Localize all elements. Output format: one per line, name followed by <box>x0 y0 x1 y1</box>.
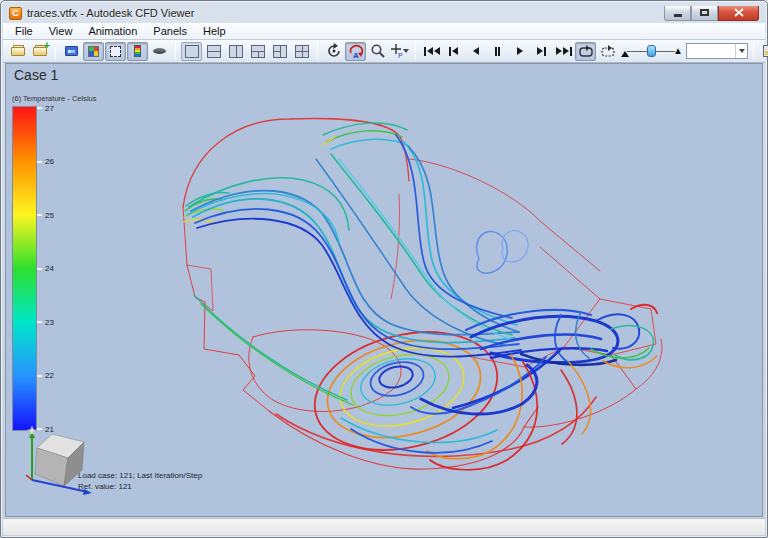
legend-tick: 25 <box>37 211 54 219</box>
slider-min-icon <box>621 47 629 57</box>
menu-item-help[interactable]: Help <box>195 24 234 38</box>
toolbar: + A P <box>3 40 765 63</box>
model-color-icon <box>88 46 99 57</box>
loop-icon <box>578 45 594 58</box>
streamline-path <box>341 418 497 443</box>
magnifier-icon <box>370 43 386 59</box>
streamline-path <box>555 315 569 363</box>
layout-1t2b-icon <box>251 45 265 58</box>
legend: (6) Temperature - Celsius 27262524232221 <box>12 94 82 433</box>
minimize-button[interactable] <box>664 6 691 21</box>
layout-two-left-one-right-button[interactable] <box>269 42 290 61</box>
toolbar-separator <box>317 43 318 60</box>
open-file-icon <box>11 47 25 56</box>
show-panel-icon <box>763 45 768 57</box>
first-frame-button[interactable] <box>421 42 442 61</box>
next-frame-icon <box>537 47 546 56</box>
open-file-button[interactable] <box>7 42 28 61</box>
legend-tick: 24 <box>37 265 54 273</box>
layout-one-top-two-bottom-button[interactable] <box>247 42 268 61</box>
legend-tick: 27 <box>37 104 54 112</box>
animation-speed-slider[interactable]: ▲ <box>619 43 685 59</box>
shade-toggle[interactable] <box>149 42 170 61</box>
orbit-icon <box>326 43 342 59</box>
loop-button[interactable] <box>575 42 596 61</box>
wireframe-path <box>183 207 269 411</box>
status-bar <box>3 518 765 535</box>
menu-item-panels[interactable]: Panels <box>145 24 195 38</box>
import-file-icon: + <box>33 47 47 56</box>
model-color-toggle[interactable] <box>83 42 104 61</box>
last-frame-button[interactable] <box>553 42 574 61</box>
menu-item-animation[interactable]: Animation <box>80 24 145 38</box>
slider-thumb[interactable] <box>647 45 656 57</box>
close-button[interactable] <box>718 6 759 21</box>
streamline-path <box>322 137 335 145</box>
zoom-button[interactable] <box>367 42 388 61</box>
layout-split-vertical-button[interactable] <box>225 42 246 61</box>
minimize-icon <box>674 14 682 17</box>
play-icon <box>517 47 523 55</box>
wireframe-path <box>269 407 538 469</box>
close-icon <box>734 8 744 17</box>
pause-button[interactable] <box>487 42 508 61</box>
rotate-model-button[interactable]: A <box>345 42 366 61</box>
legend-tick: 22 <box>37 372 54 380</box>
next-frame-button[interactable] <box>531 42 552 61</box>
slider-max-icon: ▲ <box>673 44 683 58</box>
probe-icon: P <box>390 43 403 59</box>
wireframe-path <box>187 265 213 311</box>
viewport-properties-button[interactable] <box>61 42 82 61</box>
layout-2l1r-icon <box>273 45 287 58</box>
layout-single-button[interactable] <box>181 42 202 61</box>
layout-quad-button[interactable] <box>291 42 312 61</box>
import-file-button[interactable]: + <box>29 42 50 61</box>
toolbar-separator <box>415 43 416 60</box>
toolbar-separator <box>753 43 754 60</box>
result-combo[interactable] <box>686 43 748 59</box>
toolbar-separator <box>175 43 176 60</box>
load-case-line2: Ref. value: 121 <box>78 481 202 492</box>
probe-dropdown-icon[interactable] <box>403 49 409 56</box>
maximize-button[interactable] <box>691 6 718 21</box>
pause-icon <box>495 47 500 56</box>
viewport[interactable]: Case 1 (6) Temperature - Celsius 2726252… <box>5 63 763 517</box>
toolbar-separator <box>55 43 56 60</box>
show-panel-button[interactable] <box>759 42 768 61</box>
rotate-model-icon: A <box>348 43 364 59</box>
legend-colorbar <box>12 106 37 431</box>
legend-ticks: 27262524232221 <box>37 104 54 433</box>
legend-tick: 26 <box>37 158 54 166</box>
title-bar[interactable]: C traces.vtfx - Autodesk CFD Viewer <box>3 3 765 23</box>
orbit-button[interactable] <box>323 42 344 61</box>
menu-item-file[interactable]: File <box>7 24 41 38</box>
layout-split-horizontal-button[interactable] <box>203 42 224 61</box>
play-backward-button[interactable] <box>465 42 486 61</box>
first-frame-icon <box>424 47 440 56</box>
outline-toggle[interactable] <box>105 42 126 61</box>
wireframe-path <box>409 159 600 271</box>
streamline-path <box>631 305 657 313</box>
streamline-path <box>561 370 577 444</box>
window-title: traces.vtfx - Autodesk CFD Viewer <box>27 7 194 19</box>
legend-title: (6) Temperature - Celsius <box>12 94 82 103</box>
streamline-path <box>331 139 409 149</box>
case-label: Case 1 <box>14 67 58 83</box>
menu-bar: FileViewAnimationPanelsHelp <box>3 23 765 40</box>
legend-toggle[interactable] <box>127 42 148 61</box>
flow-svg[interactable] <box>91 99 716 499</box>
menu-item-view[interactable]: View <box>41 24 81 38</box>
combo-dropdown-icon[interactable] <box>735 44 747 58</box>
streamline-path <box>193 199 515 343</box>
previous-frame-button[interactable] <box>443 42 464 61</box>
probe-button[interactable]: P <box>389 42 410 61</box>
load-case-info: Load case: 121; Last Iteration/Step Ref.… <box>78 470 202 492</box>
previous-frame-icon <box>449 47 458 56</box>
layout-vsplit-icon <box>229 45 243 58</box>
wireframe-path <box>636 339 662 389</box>
play-button[interactable] <box>509 42 530 61</box>
wireframe-path <box>391 194 400 299</box>
streamline-path <box>339 159 514 340</box>
outline-box-icon <box>110 46 121 57</box>
bounce-button[interactable] <box>597 42 618 61</box>
